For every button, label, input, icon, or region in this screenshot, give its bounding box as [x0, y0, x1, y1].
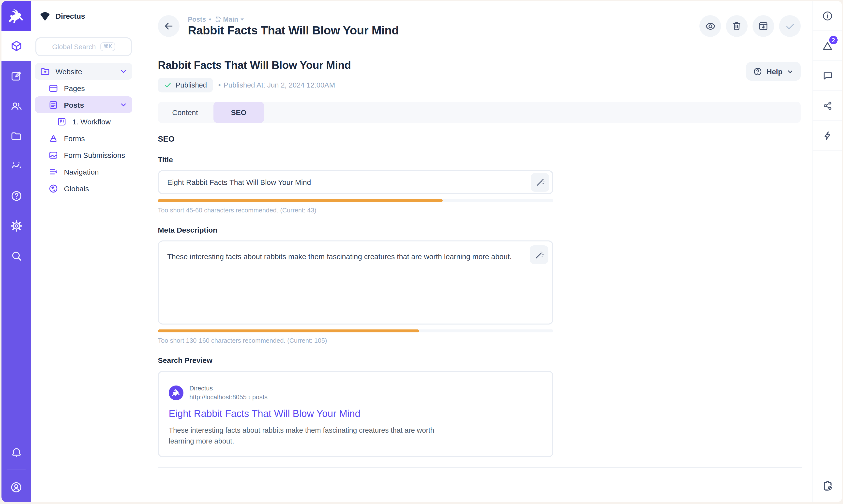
content-scroll-area[interactable]: Rabbit Facts That Will Blow Your Mind Pu… — [136, 51, 812, 502]
box-icon — [10, 40, 22, 52]
caret-down-icon — [240, 17, 245, 22]
search-icon — [10, 250, 22, 262]
content-head-left: Rabbit Facts That Will Blow Your Mind Pu… — [158, 54, 351, 92]
meta-description-label: Meta Description — [158, 226, 553, 234]
sidebar-item-pages[interactable]: Pages — [35, 80, 132, 96]
comments-sidebar-button[interactable] — [813, 61, 842, 91]
meta-description-value: These interesting facts about rabbits ma… — [167, 251, 542, 262]
flows-sidebar-button[interactable] — [813, 121, 842, 151]
globe-icon — [48, 183, 58, 194]
sidebar-item-label: Website — [56, 67, 82, 75]
sidebar-item-label: Forms — [64, 134, 85, 142]
delete-button[interactable] — [726, 15, 748, 37]
module-user-directory[interactable] — [1, 91, 31, 121]
module-insights[interactable] — [1, 151, 31, 181]
seo-title-progress — [158, 199, 553, 202]
tab-seo[interactable]: SEO — [213, 102, 264, 123]
clipboard-clock-icon — [822, 480, 833, 492]
meta-description-progress-fill — [158, 329, 419, 332]
archive-box-down-icon — [758, 21, 769, 32]
sidebar-item-workflow[interactable]: 1. Workflow — [35, 113, 132, 130]
sidebar-item-website[interactable]: Website — [35, 63, 132, 80]
save-button[interactable] — [779, 15, 801, 37]
module-file-library[interactable] — [1, 121, 31, 151]
comment-bubble-icon — [822, 70, 833, 81]
sidebar-item-navigation[interactable]: Navigation — [35, 163, 132, 180]
directus-app: Directus Global Search ⌘K Website — [1, 1, 842, 502]
sidebar-item-label: Navigation — [64, 167, 99, 176]
main-area: Posts • Main — [136, 1, 812, 502]
sidebar-item-label: Pages — [64, 84, 85, 92]
eye-icon — [704, 20, 716, 32]
meta-description-input[interactable]: These interesting facts about rabbits ma… — [158, 240, 553, 325]
directus-logo-button[interactable] — [1, 1, 31, 31]
chevron-down-icon[interactable] — [120, 67, 127, 75]
sidebar-item-globals[interactable]: Globals — [35, 180, 132, 197]
shares-sidebar-button[interactable] — [813, 91, 842, 121]
published-at: • Published At: Jun 2, 2024 12:00AM — [218, 81, 335, 89]
preview-site-meta: Directus http://localhost:8055 › posts — [190, 384, 268, 401]
activity-sidebar-button[interactable] — [813, 470, 842, 502]
seo-title-label: Title — [158, 156, 553, 164]
status-check-icon — [164, 81, 172, 89]
page-header: Posts • Main — [136, 1, 812, 51]
sidebar-item-posts[interactable]: Posts — [35, 96, 132, 113]
back-button[interactable] — [158, 15, 180, 37]
sidebar-item-form-submissions[interactable]: Form Submissions — [35, 146, 132, 163]
search-shortcut-kbd: ⌘K — [100, 42, 115, 51]
info-sidebar-button[interactable] — [813, 1, 842, 31]
archive-button[interactable] — [753, 15, 774, 37]
generate-description-button[interactable] — [530, 245, 549, 264]
seo-section-label: SEO — [158, 135, 553, 144]
chevron-down-icon[interactable] — [120, 101, 127, 109]
version-menu[interactable]: Main — [214, 16, 245, 23]
search-preview-label: Search Preview — [158, 356, 553, 364]
project-header[interactable]: Directus — [31, 1, 136, 31]
revisions-sidebar-button[interactable]: 2 — [813, 31, 842, 61]
help-label: Help — [767, 67, 783, 75]
preview-site-row: Directus http://localhost:8055 › posts — [169, 384, 542, 401]
status-label: Published — [176, 81, 207, 89]
preview-button[interactable] — [699, 15, 721, 37]
generate-title-button[interactable] — [531, 173, 549, 192]
sidebar-item-label: Form Submissions — [64, 151, 125, 159]
page-title: Rabbit Facts That Will Blow Your Mind — [188, 23, 399, 37]
info-icon — [822, 10, 833, 21]
seo-title-input[interactable]: Eight Rabbit Facts That Will Blow Your M… — [158, 170, 553, 194]
nav-list-icon — [48, 166, 58, 177]
module-content[interactable] — [1, 31, 31, 61]
module-help[interactable] — [1, 181, 31, 211]
sidebar-item-label: 1. Workflow — [72, 117, 111, 126]
posts-icon — [48, 100, 58, 110]
workflow-kanban-icon — [57, 116, 67, 127]
check-icon — [784, 20, 795, 32]
forms-icon — [48, 133, 58, 143]
breadcrumb-collection[interactable]: Posts — [188, 16, 206, 23]
seo-title-value: Eight Rabbit Facts That Will Blow Your M… — [167, 178, 311, 186]
trash-icon — [731, 21, 742, 32]
app-window: Directus Global Search ⌘K Website — [0, 0, 843, 504]
module-search[interactable] — [1, 241, 31, 271]
preview-site-url: http://localhost:8055 › posts — [190, 393, 268, 401]
preview-result-title[interactable]: Eight Rabbit Facts That Will Blow Your M… — [169, 408, 542, 419]
module-visual-editor[interactable] — [1, 61, 31, 91]
account-button[interactable] — [1, 472, 31, 502]
global-search-placeholder: Global Search — [52, 43, 96, 51]
seo-form: SEO Title Eight Rabbit Facts That Will B… — [158, 135, 553, 468]
module-bar-spacer — [1, 271, 31, 438]
global-search-input[interactable]: Global Search ⌘K — [35, 37, 132, 56]
seo-title-hint: Too short 45-60 characters recommended. … — [158, 206, 553, 214]
notifications-button[interactable] — [1, 438, 31, 468]
tab-content[interactable]: Content — [172, 108, 198, 116]
seo-title-progress-fill — [158, 199, 443, 202]
help-button[interactable]: Help — [746, 62, 801, 80]
sidebar-item-forms[interactable]: Forms — [35, 130, 132, 146]
project-name: Directus — [56, 12, 85, 20]
title-block: Posts • Main — [188, 15, 399, 37]
project-fan-icon — [39, 10, 51, 22]
help-circle-icon — [753, 67, 763, 76]
version-name: Main — [223, 16, 238, 23]
users-icon — [10, 100, 22, 112]
module-settings[interactable] — [1, 211, 31, 241]
right-sidebar: 2 — [812, 1, 842, 502]
